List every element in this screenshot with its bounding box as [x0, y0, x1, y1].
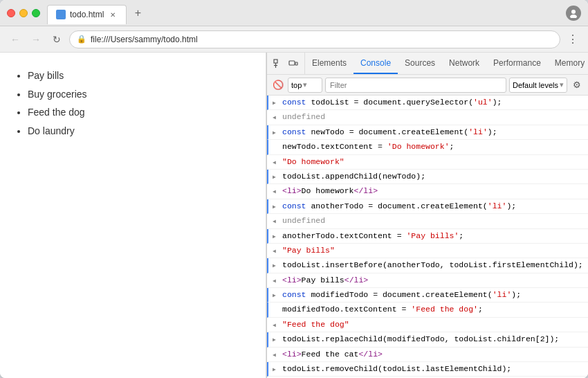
window-controls	[566, 6, 581, 21]
console-row: ▶const modifiedTodo = document.createEle…	[267, 288, 588, 303]
console-line-text: todoList.insertBefore(anotherTodo, todoL…	[282, 259, 588, 271]
minimize-button[interactable]	[19, 9, 28, 17]
console-line-text: const anotherTodo = document.createEleme…	[282, 200, 588, 213]
nav-bar: ← → ↻ 🔒 file:///Users/sammy/todo.html ⋮	[0, 26, 588, 53]
console-line-text: "Pay bills"	[282, 244, 588, 257]
devtools-icons	[267, 53, 305, 74]
expand-input-arrow[interactable]: ▶	[273, 231, 282, 242]
console-line-text: modifiedTodo.textContent = 'Feed the dog…	[282, 303, 588, 316]
expand-input-arrow[interactable]: ▶	[273, 260, 282, 271]
close-button[interactable]	[7, 9, 15, 17]
security-icon: 🔒	[77, 35, 86, 44]
expand-output-arrow[interactable]: ◀	[273, 216, 282, 227]
console-row: ◀<li>Pay bills</li>	[267, 273, 588, 288]
context-value: top	[291, 81, 302, 89]
devtools-tab-console[interactable]: Console	[353, 53, 398, 74]
console-line-text: const todoList = document.querySelector(…	[282, 96, 588, 109]
devtools-tab-elements[interactable]: Elements	[305, 53, 353, 74]
new-tab-button[interactable]: +	[129, 5, 146, 21]
expand-output-arrow[interactable]: ◀	[273, 276, 282, 287]
maximize-button[interactable]	[32, 9, 40, 17]
console-line-text: undefined	[282, 215, 588, 227]
context-select[interactable]: top ▾	[288, 78, 322, 93]
url-text: file:///Users/sammy/todo.html	[91, 35, 553, 44]
console-row: ▶const todoList = document.querySelector…	[267, 96, 588, 110]
list-item: Buy groceries	[28, 85, 252, 104]
traffic-lights	[7, 9, 40, 17]
console-line-text: todoList.removeChild(todoList.lastElemen…	[282, 363, 588, 375]
svg-rect-2	[274, 60, 277, 63]
expand-output-arrow[interactable]: ◀	[273, 350, 282, 361]
console-row: ◀<li>Do homework</li>	[267, 184, 588, 199]
console-line-text: const newTodo = document.createElement('…	[282, 126, 588, 138]
expand-input-arrow[interactable]: ▶	[273, 98, 282, 109]
expand-input-arrow[interactable]: ▶	[273, 290, 282, 301]
console-toolbar: 🚫 top ▾ Default levels ▾ ⚙	[267, 75, 588, 96]
browser-window: todo.html ✕ + ← → ↻ 🔒 file:///Users/samm…	[0, 0, 588, 378]
console-row: ◀"Pay bills"	[267, 244, 588, 258]
address-bar[interactable]: 🔒 file:///Users/sammy/todo.html	[69, 30, 560, 48]
expand-input-arrow[interactable]: ▶	[273, 364, 282, 375]
tab-close-button[interactable]: ✕	[108, 10, 118, 19]
console-line-text: <li>Pay bills</li>	[282, 274, 588, 287]
console-line-text: "Do homework"	[282, 156, 588, 168]
list-item: Do laundry	[28, 122, 252, 141]
levels-select[interactable]: Default levels ▾	[509, 78, 567, 93]
console-row: ▶const anotherTodo = document.createElem…	[267, 199, 588, 214]
console-settings-icon[interactable]: ⚙	[570, 78, 584, 92]
back-button[interactable]: ←	[7, 31, 24, 48]
devtools-tab-sources[interactable]: Sources	[398, 53, 442, 74]
console-line-text: todoList.appendChild(newTodo);	[282, 170, 588, 183]
device-mode-icon[interactable]	[286, 57, 300, 71]
expand-input-arrow[interactable]: ▶	[273, 334, 282, 345]
console-line-text: <li>Feed the cat</li>	[282, 348, 588, 361]
expand-output-arrow[interactable]: ◀	[273, 157, 282, 168]
tab-bar: todo.html ✕ +	[47, 2, 566, 24]
browser-menu-button[interactable]: ⋮	[564, 31, 581, 48]
devtools-tab-network[interactable]: Network	[442, 53, 486, 74]
console-line-text: anotherTodo.textContent = 'Pay bills';	[282, 230, 588, 242]
title-bar: todo.html ✕ +	[0, 0, 588, 26]
console-output: ▶const todoList = document.querySelector…	[267, 96, 588, 378]
console-row: ▶todoList.removeChild(todoList.lastEleme…	[267, 362, 588, 377]
forward-button[interactable]: →	[28, 31, 44, 48]
expand-output-arrow[interactable]: ◀	[273, 112, 282, 123]
main-content: Pay billsBuy groceriesFeed the dogDo lau…	[0, 53, 588, 378]
console-line-text: newTodo.textContent = 'Do homework';	[282, 141, 588, 153]
console-row: ▶todoList.appendChild(newTodo);	[267, 170, 588, 184]
devtools-tab-performance[interactable]: Performance	[486, 53, 548, 74]
levels-value: Default levels	[513, 81, 558, 89]
expand-output-arrow[interactable]: ◀	[273, 320, 282, 331]
console-row: ◀<li>Feed the cat</li>	[267, 348, 588, 362]
console-row: ◀"Feed the dog"	[267, 318, 588, 332]
browser-tab[interactable]: todo.html ✕	[47, 5, 127, 24]
console-line-text: "Feed the dog"	[282, 318, 588, 331]
expand-output-arrow	[273, 305, 282, 316]
todo-list: Pay billsBuy groceriesFeed the dogDo lau…	[14, 66, 252, 140]
profile-icon[interactable]	[566, 6, 581, 21]
expand-output-arrow[interactable]: ◀	[273, 246, 282, 257]
console-row: ▶const newTodo = document.createElement(…	[267, 125, 588, 140]
svg-rect-6	[295, 62, 297, 65]
inspect-element-icon[interactable]	[271, 57, 285, 71]
tab-title: todo.html	[70, 10, 104, 19]
svg-rect-5	[289, 61, 295, 65]
devtools-tabs: ElementsConsoleSourcesNetworkPerformance…	[305, 53, 588, 74]
expand-output-arrow[interactable]: ◀	[273, 186, 282, 197]
list-item: Pay bills	[28, 66, 252, 85]
expand-input-arrow[interactable]: ▶	[273, 172, 282, 183]
list-item: Feed the dog	[28, 103, 252, 122]
console-line-text: const modifiedTodo = document.createElem…	[282, 289, 588, 301]
console-row: newTodo.textContent = 'Do homework';	[267, 140, 588, 154]
expand-input-arrow[interactable]: ▶	[273, 201, 282, 213]
svg-point-0	[571, 10, 576, 14]
console-row: ◀undefined	[267, 214, 588, 228]
console-row: ◀"Do homework"	[267, 155, 588, 170]
refresh-button[interactable]: ↻	[48, 31, 65, 48]
expand-input-arrow[interactable]: ▶	[273, 127, 282, 138]
console-filter-input[interactable]	[325, 78, 506, 93]
console-row: ▶todoList.insertBefore(anotherTodo, todo…	[267, 258, 588, 273]
clear-console-button[interactable]: 🚫	[271, 78, 285, 92]
devtools-tab-memory[interactable]: Memory	[548, 53, 588, 74]
console-line-text: undefined	[282, 111, 588, 123]
